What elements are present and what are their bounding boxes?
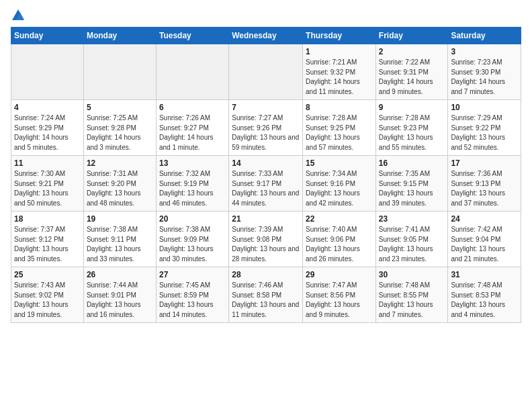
day-info: Sunrise: 7:24 AM Sunset: 9:29 PM Dayligh… bbox=[14, 113, 81, 152]
day-info: Sunrise: 7:28 AM Sunset: 9:25 PM Dayligh… bbox=[306, 113, 373, 152]
calendar-cell: 31Sunrise: 7:48 AM Sunset: 8:53 PM Dayli… bbox=[448, 267, 521, 323]
day-info: Sunrise: 7:26 AM Sunset: 9:27 PM Dayligh… bbox=[159, 113, 226, 152]
calendar-cell: 26Sunrise: 7:44 AM Sunset: 9:01 PM Dayli… bbox=[83, 267, 156, 323]
weekday-header-sunday: Sunday bbox=[11, 28, 84, 44]
logo bbox=[11, 8, 28, 23]
day-info: Sunrise: 7:30 AM Sunset: 9:21 PM Dayligh… bbox=[14, 169, 81, 208]
day-info: Sunrise: 7:21 AM Sunset: 9:32 PM Dayligh… bbox=[306, 58, 373, 97]
calendar-cell: 12Sunrise: 7:31 AM Sunset: 9:20 PM Dayli… bbox=[83, 156, 156, 212]
day-number: 5 bbox=[87, 103, 153, 112]
day-number: 20 bbox=[159, 214, 226, 224]
day-number: 8 bbox=[306, 103, 373, 112]
day-info: Sunrise: 7:22 AM Sunset: 9:31 PM Dayligh… bbox=[379, 58, 445, 97]
calendar-cell: 20Sunrise: 7:38 AM Sunset: 9:09 PM Dayli… bbox=[156, 212, 228, 267]
day-info: Sunrise: 7:43 AM Sunset: 9:02 PM Dayligh… bbox=[14, 281, 81, 320]
day-number: 16 bbox=[379, 158, 445, 168]
week-row-2: 11Sunrise: 7:30 AM Sunset: 9:21 PM Dayli… bbox=[11, 156, 521, 212]
weekday-header-wednesday: Wednesday bbox=[229, 28, 303, 44]
calendar-cell: 4Sunrise: 7:24 AM Sunset: 9:29 PM Daylig… bbox=[11, 100, 84, 156]
day-info: Sunrise: 7:47 AM Sunset: 8:56 PM Dayligh… bbox=[306, 281, 373, 320]
day-info: Sunrise: 7:40 AM Sunset: 9:06 PM Dayligh… bbox=[306, 225, 373, 264]
day-info: Sunrise: 7:25 AM Sunset: 9:28 PM Dayligh… bbox=[87, 113, 153, 152]
calendar-cell: 2Sunrise: 7:22 AM Sunset: 9:31 PM Daylig… bbox=[375, 44, 448, 100]
calendar-cell: 29Sunrise: 7:47 AM Sunset: 8:56 PM Dayli… bbox=[303, 267, 376, 323]
day-number: 9 bbox=[379, 103, 445, 112]
logo-icon bbox=[11, 8, 26, 23]
calendar-cell: 9Sunrise: 7:28 AM Sunset: 9:23 PM Daylig… bbox=[375, 100, 448, 156]
weekday-header-tuesday: Tuesday bbox=[156, 28, 228, 44]
day-info: Sunrise: 7:45 AM Sunset: 8:59 PM Dayligh… bbox=[159, 281, 226, 320]
day-number: 7 bbox=[232, 103, 300, 112]
day-info: Sunrise: 7:34 AM Sunset: 9:16 PM Dayligh… bbox=[306, 169, 373, 208]
page-container: SundayMondayTuesdayWednesdayThursdayFrid… bbox=[0, 0, 532, 328]
day-number: 4 bbox=[14, 103, 81, 112]
header bbox=[11, 8, 521, 23]
day-number: 17 bbox=[451, 158, 518, 168]
day-info: Sunrise: 7:37 AM Sunset: 9:12 PM Dayligh… bbox=[14, 225, 81, 264]
calendar-cell: 22Sunrise: 7:40 AM Sunset: 9:06 PM Dayli… bbox=[303, 212, 376, 267]
day-number: 3 bbox=[451, 47, 518, 56]
week-row-3: 18Sunrise: 7:37 AM Sunset: 9:12 PM Dayli… bbox=[11, 212, 521, 267]
calendar-cell bbox=[156, 44, 228, 100]
day-info: Sunrise: 7:27 AM Sunset: 9:26 PM Dayligh… bbox=[232, 113, 300, 152]
calendar-cell: 25Sunrise: 7:43 AM Sunset: 9:02 PM Dayli… bbox=[11, 267, 84, 323]
calendar-cell: 24Sunrise: 7:42 AM Sunset: 9:04 PM Dayli… bbox=[448, 212, 521, 267]
weekday-header-saturday: Saturday bbox=[448, 28, 521, 44]
day-number: 27 bbox=[159, 270, 226, 279]
calendar-cell: 15Sunrise: 7:34 AM Sunset: 9:16 PM Dayli… bbox=[303, 156, 376, 212]
calendar-cell: 19Sunrise: 7:38 AM Sunset: 9:11 PM Dayli… bbox=[83, 212, 156, 267]
day-number: 19 bbox=[87, 214, 153, 224]
day-number: 26 bbox=[87, 270, 153, 279]
calendar-cell: 28Sunrise: 7:46 AM Sunset: 8:58 PM Dayli… bbox=[229, 267, 303, 323]
day-number: 10 bbox=[451, 103, 518, 112]
calendar-cell: 6Sunrise: 7:26 AM Sunset: 9:27 PM Daylig… bbox=[156, 100, 228, 156]
day-info: Sunrise: 7:38 AM Sunset: 9:11 PM Dayligh… bbox=[87, 225, 153, 264]
weekday-header-row: SundayMondayTuesdayWednesdayThursdayFrid… bbox=[11, 28, 521, 44]
day-info: Sunrise: 7:39 AM Sunset: 9:08 PM Dayligh… bbox=[232, 225, 300, 264]
weekday-header-thursday: Thursday bbox=[303, 28, 376, 44]
day-number: 29 bbox=[306, 270, 373, 279]
calendar-cell: 1Sunrise: 7:21 AM Sunset: 9:32 PM Daylig… bbox=[303, 44, 376, 100]
calendar-cell bbox=[229, 44, 303, 100]
day-number: 13 bbox=[159, 158, 226, 168]
day-number: 31 bbox=[451, 270, 518, 279]
day-info: Sunrise: 7:46 AM Sunset: 8:58 PM Dayligh… bbox=[232, 281, 300, 320]
day-number: 6 bbox=[159, 103, 226, 112]
day-number: 1 bbox=[306, 47, 373, 56]
day-number: 23 bbox=[379, 214, 445, 224]
calendar-cell: 30Sunrise: 7:48 AM Sunset: 8:55 PM Dayli… bbox=[375, 267, 448, 323]
calendar-cell: 16Sunrise: 7:35 AM Sunset: 9:15 PM Dayli… bbox=[375, 156, 448, 212]
calendar-cell: 23Sunrise: 7:41 AM Sunset: 9:05 PM Dayli… bbox=[375, 212, 448, 267]
calendar-table: SundayMondayTuesdayWednesdayThursdayFrid… bbox=[11, 27, 521, 323]
day-number: 12 bbox=[87, 158, 153, 168]
day-info: Sunrise: 7:23 AM Sunset: 9:30 PM Dayligh… bbox=[451, 58, 518, 97]
day-number: 25 bbox=[14, 270, 81, 279]
calendar-cell: 3Sunrise: 7:23 AM Sunset: 9:30 PM Daylig… bbox=[448, 44, 521, 100]
day-number: 21 bbox=[232, 214, 300, 224]
day-number: 11 bbox=[14, 158, 81, 168]
day-number: 28 bbox=[232, 270, 300, 279]
calendar-cell: 14Sunrise: 7:33 AM Sunset: 9:17 PM Dayli… bbox=[229, 156, 303, 212]
day-info: Sunrise: 7:38 AM Sunset: 9:09 PM Dayligh… bbox=[159, 225, 226, 264]
day-number: 30 bbox=[379, 270, 445, 279]
day-number: 2 bbox=[379, 47, 445, 56]
weekday-header-monday: Monday bbox=[83, 28, 156, 44]
day-number: 14 bbox=[232, 158, 300, 168]
day-info: Sunrise: 7:33 AM Sunset: 9:17 PM Dayligh… bbox=[232, 169, 300, 208]
day-info: Sunrise: 7:28 AM Sunset: 9:23 PM Dayligh… bbox=[379, 113, 445, 152]
calendar-cell: 11Sunrise: 7:30 AM Sunset: 9:21 PM Dayli… bbox=[11, 156, 84, 212]
calendar-cell: 8Sunrise: 7:28 AM Sunset: 9:25 PM Daylig… bbox=[303, 100, 376, 156]
calendar-cell: 21Sunrise: 7:39 AM Sunset: 9:08 PM Dayli… bbox=[229, 212, 303, 267]
weekday-header-friday: Friday bbox=[375, 28, 448, 44]
day-info: Sunrise: 7:36 AM Sunset: 9:13 PM Dayligh… bbox=[451, 169, 518, 208]
day-number: 18 bbox=[14, 214, 81, 224]
day-info: Sunrise: 7:42 AM Sunset: 9:04 PM Dayligh… bbox=[451, 225, 518, 264]
day-number: 22 bbox=[306, 214, 373, 224]
calendar-cell bbox=[11, 44, 84, 100]
day-info: Sunrise: 7:48 AM Sunset: 8:55 PM Dayligh… bbox=[379, 281, 445, 320]
week-row-1: 4Sunrise: 7:24 AM Sunset: 9:29 PM Daylig… bbox=[11, 100, 521, 156]
day-number: 15 bbox=[306, 158, 373, 168]
day-info: Sunrise: 7:41 AM Sunset: 9:05 PM Dayligh… bbox=[379, 225, 445, 264]
calendar-cell: 27Sunrise: 7:45 AM Sunset: 8:59 PM Dayli… bbox=[156, 267, 228, 323]
calendar-cell: 10Sunrise: 7:29 AM Sunset: 9:22 PM Dayli… bbox=[448, 100, 521, 156]
